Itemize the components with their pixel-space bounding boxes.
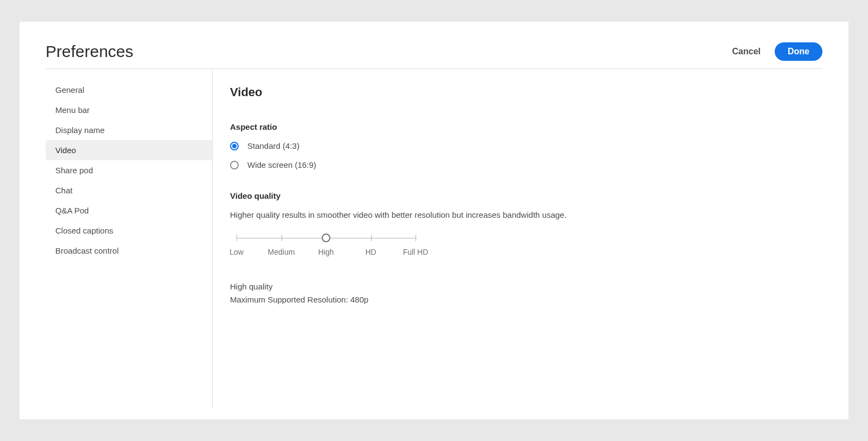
aspect-ratio-group: Standard (4:3)Wide screen (16:9): [230, 141, 822, 169]
sidebar-item-share-pod[interactable]: Share pod: [46, 160, 212, 180]
sidebar-item-q-a-pod[interactable]: Q&A Pod: [46, 200, 212, 220]
aspect-ratio-option[interactable]: Standard (4:3): [230, 141, 822, 150]
sidebar-item-general[interactable]: General: [46, 80, 212, 100]
quality-readout: High quality Maximum Supported Resolutio…: [230, 280, 822, 306]
content-panel: Video Aspect ratio Standard (4:3)Wide sc…: [213, 69, 822, 408]
video-quality-description: Higher quality results in smoother video…: [230, 210, 822, 219]
page-title: Preferences: [46, 42, 133, 61]
video-quality-label: Video quality: [230, 191, 822, 200]
sidebar-item-video[interactable]: Video: [46, 140, 212, 160]
sidebar-item-broadcast-control[interactable]: Broadcast control: [46, 241, 212, 261]
slider-tick: [237, 235, 237, 241]
radio-label: Wide screen (16:9): [247, 160, 316, 169]
slider-tick-label: Medium: [268, 248, 295, 256]
preferences-dialog: Preferences Cancel Done GeneralMenu barD…: [20, 22, 848, 419]
aspect-ratio-option[interactable]: Wide screen (16:9): [230, 160, 822, 169]
body: GeneralMenu barDisplay nameVideoShare po…: [46, 69, 822, 408]
radio-icon: [230, 142, 239, 150]
header: Preferences Cancel Done: [46, 42, 822, 69]
slider-thumb[interactable]: [322, 234, 330, 242]
header-actions: Cancel Done: [732, 42, 822, 61]
radio-label: Standard (4:3): [247, 141, 299, 150]
quality-readout-line1: High quality: [230, 280, 822, 293]
sidebar-item-menu-bar[interactable]: Menu bar: [46, 100, 212, 120]
slider-tick: [282, 235, 282, 241]
sidebar-item-closed-captions[interactable]: Closed captions: [46, 220, 212, 241]
radio-icon: [230, 161, 239, 169]
aspect-ratio-label: Aspect ratio: [230, 122, 822, 131]
cancel-button[interactable]: Cancel: [732, 47, 761, 56]
sidebar-item-chat[interactable]: Chat: [46, 180, 212, 200]
sidebar: GeneralMenu barDisplay nameVideoShare po…: [46, 69, 213, 408]
quality-readout-line2: Maximum Supported Resolution: 480p: [230, 293, 822, 306]
content-title: Video: [230, 85, 822, 99]
slider-tick-label: Full HD: [403, 248, 429, 256]
video-quality-slider[interactable]: LowMediumHighHDFull HD: [237, 232, 822, 259]
slider-tick-label: Low: [229, 248, 244, 256]
done-button[interactable]: Done: [775, 42, 822, 61]
slider-tick: [416, 235, 416, 241]
slider-tick-label: High: [318, 248, 334, 256]
sidebar-item-display-name[interactable]: Display name: [46, 120, 212, 140]
slider-tick: [371, 235, 372, 241]
slider-tick-label: HD: [365, 248, 376, 256]
